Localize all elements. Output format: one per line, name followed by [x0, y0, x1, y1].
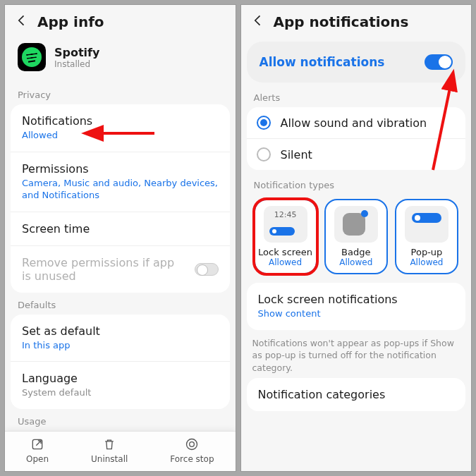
app-header: Spotify Installed — [5, 39, 236, 83]
app-name: Spotify — [54, 46, 100, 59]
action-force-stop[interactable]: Force stop — [170, 437, 214, 464]
toggle-off-icon[interactable] — [195, 263, 219, 276]
section-defaults: Defaults — [5, 293, 236, 315]
titlebar: App notifications — [241, 5, 472, 39]
app-status: Installed — [54, 59, 100, 69]
row-screen-time[interactable]: Screen time — [11, 212, 230, 245]
types-card: 12:45 Lock screen Allowed Badge Allowed … — [247, 195, 466, 277]
lock-notifs-card: Lock screen notifications Show content — [247, 283, 466, 330]
row-lock-screen-notifications[interactable]: Lock screen notifications Show content — [247, 283, 466, 330]
radio-silent[interactable]: Silent — [247, 138, 466, 170]
trash-icon — [102, 437, 116, 451]
radio-sound[interactable]: Allow sound and vibration — [247, 107, 466, 138]
svg-point-2 — [190, 442, 195, 447]
radio-unchecked-icon — [257, 147, 271, 161]
row-language[interactable]: Language System default — [11, 361, 230, 409]
titlebar: App info — [5, 5, 236, 39]
back-icon[interactable] — [15, 13, 29, 30]
action-open[interactable]: Open — [26, 437, 49, 464]
type-badge[interactable]: Badge Allowed — [324, 199, 388, 274]
action-uninstall[interactable]: Uninstall — [91, 437, 128, 464]
popup-preview-icon — [405, 206, 448, 243]
spotify-icon — [18, 43, 46, 71]
type-lock-screen[interactable]: 12:45 Lock screen Allowed — [254, 199, 317, 274]
right-panel: App notifications Allow notifications Al… — [240, 4, 472, 472]
type-popup[interactable]: Pop-up Allowed — [395, 199, 458, 274]
privacy-card: Notifications Allowed Permissions Camera… — [11, 104, 230, 293]
row-notifications[interactable]: Notifications Allowed — [11, 104, 230, 152]
alerts-card: Allow sound and vibration Silent — [247, 107, 466, 170]
categories-card: Notification categories — [247, 378, 466, 411]
open-icon — [30, 437, 44, 451]
defaults-card: Set as default In this app Language Syst… — [11, 315, 230, 409]
toggle-on-icon[interactable] — [425, 54, 453, 70]
section-usage: Usage — [5, 409, 236, 431]
row-set-default[interactable]: Set as default In this app — [11, 315, 230, 362]
back-icon[interactable] — [251, 13, 265, 30]
radio-checked-icon — [257, 116, 271, 130]
svg-point-1 — [187, 439, 197, 450]
row-permissions[interactable]: Permissions Camera, Music and audio, Nea… — [11, 152, 230, 212]
left-panel: App info Spotify Installed Privacy Notif… — [4, 4, 236, 472]
section-alerts: Alerts — [241, 83, 472, 107]
popup-note: Notifications won't appear as pop-ups if… — [241, 330, 472, 379]
section-privacy: Privacy — [5, 83, 236, 104]
page-title: App info — [37, 13, 104, 30]
page-title: App notifications — [274, 13, 409, 30]
row-remove-permissions[interactable]: Remove permissions if app is unused — [11, 245, 230, 293]
stop-icon — [185, 437, 199, 451]
allow-notifications-row[interactable]: Allow notifications — [247, 42, 466, 83]
lock-preview-icon: 12:45 — [264, 206, 307, 243]
row-notification-categories[interactable]: Notification categories — [247, 378, 466, 411]
section-types: Notification types — [241, 170, 472, 195]
bottom-actions: Open Uninstall Force stop — [5, 431, 236, 471]
badge-preview-icon — [334, 206, 378, 243]
